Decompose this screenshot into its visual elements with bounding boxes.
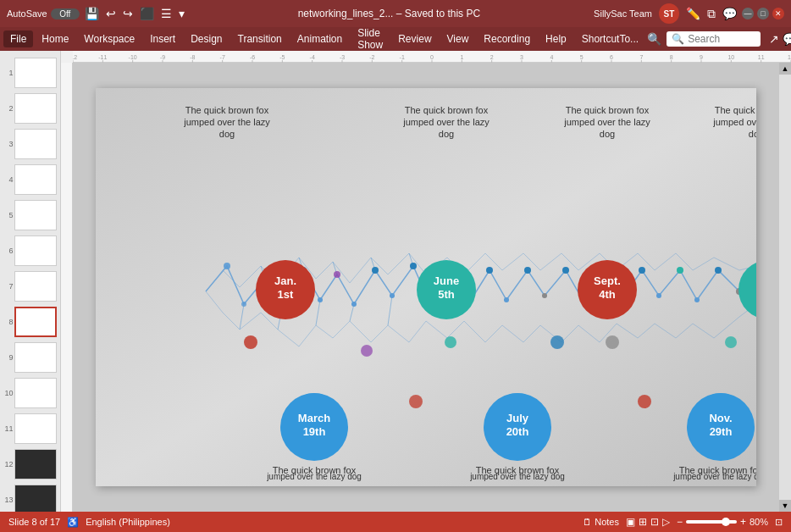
slide-thumb-11[interactable] xyxy=(14,413,57,444)
save-icon[interactable]: 💾 xyxy=(85,7,99,20)
slide-row-13[interactable]: 13 xyxy=(3,483,57,512)
zoom-level[interactable]: 80% xyxy=(750,517,768,527)
comment-icon[interactable]: 💬 xyxy=(783,32,791,46)
notes-label[interactable]: 🗒 Notes xyxy=(583,517,619,527)
slide-row-10[interactable]: 10 xyxy=(3,376,57,410)
undo-icon[interactable]: ↩ xyxy=(106,7,116,20)
svg-text:-3: -3 xyxy=(340,54,345,60)
slide-thumb-3[interactable] xyxy=(14,129,57,159)
slide-row-8[interactable]: 8 xyxy=(3,305,57,339)
slide-row-5[interactable]: 5 xyxy=(3,198,57,232)
svg-text:dog: dog xyxy=(600,129,615,139)
slide-thumb-7[interactable] xyxy=(14,271,57,302)
menu-transition[interactable]: Transition xyxy=(231,30,289,47)
slide-thumb-8[interactable] xyxy=(14,307,57,337)
search-input[interactable] xyxy=(688,33,755,45)
slide-row-12[interactable]: 12 xyxy=(3,447,57,481)
slide-thumb-4[interactable] xyxy=(14,164,57,195)
close-button[interactable]: ✕ xyxy=(772,8,784,19)
slide-number-13: 13 xyxy=(3,496,13,504)
slide-thumb-12[interactable] xyxy=(14,449,57,479)
accessibility-icon[interactable]: ♿ xyxy=(67,517,79,528)
normal-view-icon[interactable]: ▣ xyxy=(626,516,635,528)
dropdown-icon[interactable]: ▾ xyxy=(179,7,185,20)
svg-text:jumped over the lazy: jumped over the lazy xyxy=(712,117,756,127)
menu-shortcutto[interactable]: ShortcutTo... xyxy=(575,30,645,47)
slide-number-11: 11 xyxy=(3,424,13,433)
zoom-thumb[interactable] xyxy=(722,518,730,526)
comments-icon[interactable]: 💬 xyxy=(722,7,737,20)
slide-row-11[interactable]: 11 xyxy=(3,412,57,446)
svg-point-78 xyxy=(486,267,493,274)
autosave-area: AutoSave Off xyxy=(7,8,80,19)
slide-sorter-icon[interactable]: ⊞ xyxy=(639,516,647,528)
quick-access-toolbar: 💾 ↩ ↪ ⬛ ☰ ▾ xyxy=(85,7,185,20)
zoom-area: − + 80% xyxy=(677,516,768,528)
minimize-button[interactable]: — xyxy=(742,8,754,19)
menu-recording[interactable]: Recording xyxy=(477,30,537,47)
svg-text:1: 1 xyxy=(460,54,463,60)
autosave-toggle[interactable]: Off xyxy=(51,8,80,19)
more-icon[interactable]: ☰ xyxy=(161,7,172,20)
scroll-down-button[interactable]: ▼ xyxy=(779,500,791,512)
share-icon[interactable]: ↗ xyxy=(769,32,779,46)
menu-home[interactable]: Home xyxy=(35,30,75,47)
vertical-scrollbar[interactable]: ▲ ▼ xyxy=(779,63,791,512)
menu-design[interactable]: Design xyxy=(184,30,229,47)
svg-text:jumped over the lazy: jumped over the lazy xyxy=(402,117,490,127)
slide-thumb-9[interactable] xyxy=(14,342,57,373)
slide-thumb-13[interactable] xyxy=(14,485,57,512)
slide-row-4[interactable]: 4 xyxy=(3,163,57,197)
status-bar: Slide 8 of 17 ♿ English (Philippines) 🗒 … xyxy=(0,512,791,532)
search-menu-icon[interactable]: 🔍 xyxy=(647,32,661,46)
slide-row-7[interactable]: 7 xyxy=(3,269,57,303)
menu-slideshow[interactable]: Slide Show xyxy=(351,25,390,53)
slide-number-3: 3 xyxy=(3,140,13,148)
menu-review[interactable]: Review xyxy=(391,30,438,47)
svg-point-89 xyxy=(694,297,700,302)
maximize-button[interactable]: □ xyxy=(757,8,769,19)
search-box[interactable]: 🔍 xyxy=(667,31,761,47)
vertical-ruler xyxy=(61,63,73,512)
slide-row-2[interactable]: 2 xyxy=(3,91,57,125)
presentation-view-icon[interactable]: ▷ xyxy=(662,516,670,528)
autosave-label: AutoSave xyxy=(7,8,47,19)
redo-icon[interactable]: ↪ xyxy=(123,7,133,20)
reading-view-icon[interactable]: ⊡ xyxy=(650,516,659,528)
fit-slide-icon[interactable]: ⊡ xyxy=(775,517,783,528)
slide-thumb-5[interactable] xyxy=(14,200,57,230)
share-icon[interactable]: ✏️ xyxy=(686,7,700,20)
slide-thumb-10[interactable] xyxy=(14,378,57,408)
slide-row-3[interactable]: 3 xyxy=(3,127,57,161)
slide-number-10: 10 xyxy=(3,389,13,397)
slide-canvas[interactable]: Jan. 1st June 5th Sept. 4th Dec. 19 xyxy=(73,63,779,512)
svg-point-96 xyxy=(445,336,456,348)
scroll-up-button[interactable]: ▲ xyxy=(779,63,791,75)
menu-animation[interactable]: Animation xyxy=(290,30,349,47)
zoom-in-icon[interactable]: + xyxy=(740,516,746,528)
team-label: SillySac Team xyxy=(594,8,652,19)
slide-row-1[interactable]: 1 xyxy=(3,56,57,90)
svg-text:5th: 5th xyxy=(438,288,455,301)
zoom-slider[interactable] xyxy=(686,520,737,524)
view-icons: ▣ ⊞ ⊡ ▷ xyxy=(626,516,670,528)
collab-icon[interactable]: ⧉ xyxy=(707,7,716,21)
menu-insert[interactable]: Insert xyxy=(143,30,182,47)
zoom-out-icon[interactable]: − xyxy=(677,516,683,528)
menu-view[interactable]: View xyxy=(440,30,476,47)
slide-thumb-6[interactable] xyxy=(14,236,57,266)
svg-point-82 xyxy=(562,267,569,274)
svg-text:-2: -2 xyxy=(369,54,374,60)
svg-point-65 xyxy=(241,302,246,307)
slide-thumb-2[interactable] xyxy=(14,93,57,124)
slide-row-6[interactable]: 6 xyxy=(3,234,57,268)
present-icon[interactable]: ⬛ xyxy=(140,7,154,20)
slide-thumb-1[interactable] xyxy=(14,58,57,88)
user-avatar[interactable]: ST xyxy=(659,3,679,24)
menu-workspace[interactable]: Workspace xyxy=(77,30,141,47)
svg-point-86 xyxy=(639,267,645,274)
menu-file[interactable]: File xyxy=(3,30,33,47)
menu-share-area: ↗ 💬 xyxy=(769,32,791,46)
menu-help[interactable]: Help xyxy=(539,30,573,47)
slide-row-9[interactable]: 9 xyxy=(3,341,57,374)
